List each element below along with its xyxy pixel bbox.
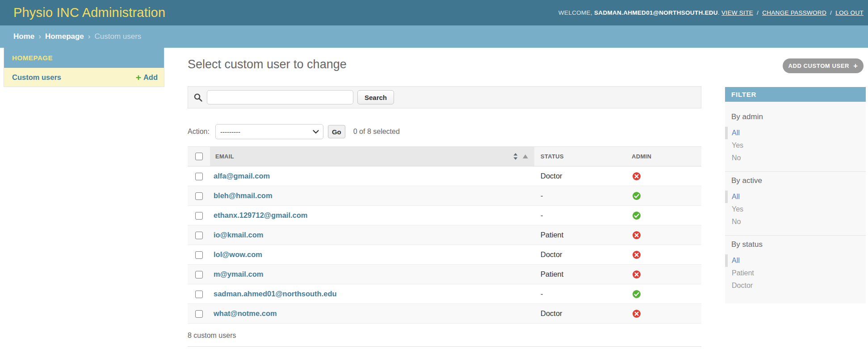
no-icon: [633, 172, 641, 180]
filter-panel: FILTER By admin All Yes No By active All…: [725, 87, 866, 303]
email-link[interactable]: sadman.ahmed01@northsouth.edu: [214, 290, 337, 298]
status-cell: Doctor: [534, 245, 625, 265]
custom-users-link[interactable]: Custom users: [12, 73, 61, 82]
filter-option[interactable]: All: [725, 191, 866, 203]
action-row: Action: --------- Go 0 of 8 selected: [188, 124, 400, 140]
selection-counter: 0 of 8 selected: [353, 128, 400, 136]
filter-group-by-active: By active All Yes No: [725, 176, 866, 228]
admin-cell: [625, 206, 701, 225]
table-row: ethanx.129712@gmail.com -: [188, 206, 701, 225]
sidebar-module: HOMEPAGE Custom users + Add: [4, 48, 164, 87]
breadcrumb-homepage-link[interactable]: Homepage: [45, 32, 84, 41]
email-link[interactable]: what@notme.com: [214, 309, 277, 317]
filter-option[interactable]: Patient: [725, 267, 866, 279]
change-password-link[interactable]: CHANGE PASSWORD: [762, 9, 826, 16]
table-row: sadman.ahmed01@northsouth.edu -: [188, 284, 701, 304]
row-checkbox[interactable]: [195, 173, 203, 180]
breadcrumb-current: Custom users: [95, 32, 142, 41]
column-header-status[interactable]: STATUS: [534, 147, 625, 166]
add-custom-user-button[interactable]: ADD CUSTOM USER +: [783, 58, 864, 73]
table-row: alfa@gmail.com Doctor: [188, 166, 701, 186]
row-checkbox[interactable]: [195, 291, 203, 298]
plus-icon: +: [136, 73, 141, 82]
admin-cell: [625, 225, 701, 245]
filter-option[interactable]: Yes: [725, 203, 866, 216]
admin-cell: [625, 304, 701, 324]
row-checkbox[interactable]: [195, 271, 203, 278]
filter-option[interactable]: No: [725, 216, 866, 228]
search-icon: [193, 93, 203, 102]
yes-icon: [633, 192, 641, 200]
status-cell: Patient: [534, 265, 625, 284]
go-button[interactable]: Go: [328, 125, 345, 138]
no-icon: [633, 270, 641, 278]
table-row: lol@wow.com Doctor: [188, 245, 701, 265]
row-checkbox[interactable]: [195, 192, 203, 200]
status-cell: Doctor: [534, 166, 625, 186]
filter-group-by-status: By status All Patient Doctor: [725, 240, 866, 292]
filter-option[interactable]: All: [725, 127, 866, 139]
sidebar-caption[interactable]: HOMEPAGE: [4, 48, 164, 68]
no-icon: [633, 251, 641, 259]
user-tools: WELCOME, SADMAN.AHMED01@NORTHSOUTH.EDU. …: [558, 9, 864, 16]
sidebar-add-link[interactable]: + Add: [136, 73, 158, 82]
email-link[interactable]: ethanx.129712@gmail.com: [214, 211, 308, 219]
breadcrumb-home-link[interactable]: Home: [13, 32, 34, 41]
sort-toggle-icon[interactable]: [513, 153, 518, 160]
email-link[interactable]: alfa@gmail.com: [214, 172, 270, 180]
status-cell: -: [534, 186, 625, 206]
email-link[interactable]: bleh@hmail.com: [214, 191, 273, 199]
filter-option[interactable]: Yes: [725, 139, 866, 152]
filter-caption: FILTER: [725, 87, 866, 102]
column-header-admin[interactable]: ADMIN: [625, 147, 701, 166]
filter-option[interactable]: Doctor: [725, 279, 866, 292]
logout-link[interactable]: LOG OUT: [835, 9, 864, 16]
status-cell: Patient: [534, 225, 625, 245]
row-checkbox[interactable]: [195, 310, 203, 318]
search-input[interactable]: [207, 90, 353, 104]
paginator: 8 custom users: [188, 323, 701, 347]
filter-option[interactable]: No: [725, 152, 866, 164]
divider: [725, 235, 866, 236]
row-checkbox[interactable]: [195, 251, 203, 259]
admin-cell: [625, 265, 701, 284]
search-button[interactable]: Search: [357, 90, 394, 104]
search-toolbar: Search: [188, 86, 701, 108]
email-link[interactable]: lol@wow.com: [214, 250, 262, 258]
welcome-text: WELCOME,: [558, 9, 592, 16]
column-header-email[interactable]: EMAIL: [210, 147, 534, 166]
page-title: Select custom user to change: [188, 58, 347, 71]
divider: [725, 171, 866, 172]
breadcrumb-separator: ›: [88, 32, 91, 41]
no-icon: [633, 231, 641, 239]
username: SADMAN.AHMED01@NORTHSOUTH.EDU: [594, 9, 718, 16]
table-row: bleh@hmail.com -: [188, 186, 701, 206]
sidebar-item-custom-users[interactable]: Custom users + Add: [4, 68, 164, 87]
table-row: m@ymail.com Patient: [188, 265, 701, 284]
filter-option[interactable]: All: [725, 254, 866, 267]
filter-group-title: By status: [725, 240, 866, 249]
admin-cell: [625, 186, 701, 206]
plus-icon: +: [853, 62, 858, 70]
action-select[interactable]: ---------: [215, 124, 323, 139]
email-link[interactable]: io@kmail.com: [214, 231, 263, 239]
no-icon: [633, 310, 641, 318]
email-link[interactable]: m@ymail.com: [214, 270, 263, 278]
sort-ascending-icon[interactable]: [523, 154, 528, 158]
yes-icon: [633, 290, 641, 298]
view-site-link[interactable]: VIEW SITE: [721, 9, 753, 16]
status-cell: -: [534, 206, 625, 225]
site-title[interactable]: Physio INC Administration: [13, 5, 165, 20]
status-cell: -: [534, 284, 625, 304]
breadcrumb: Home › Homepage › Custom users: [0, 25, 868, 48]
table-row: what@notme.com Doctor: [188, 304, 701, 324]
app-header: Physio INC Administration WELCOME, SADMA…: [0, 0, 868, 25]
filter-group-title: By admin: [725, 112, 866, 121]
row-checkbox[interactable]: [195, 212, 203, 220]
select-all-checkbox[interactable]: [195, 153, 203, 160]
row-checkbox[interactable]: [195, 232, 203, 239]
status-cell: Doctor: [534, 304, 625, 324]
filter-group-title: By active: [725, 176, 866, 185]
table-row: io@kmail.com Patient: [188, 225, 701, 245]
admin-cell: [625, 284, 701, 304]
